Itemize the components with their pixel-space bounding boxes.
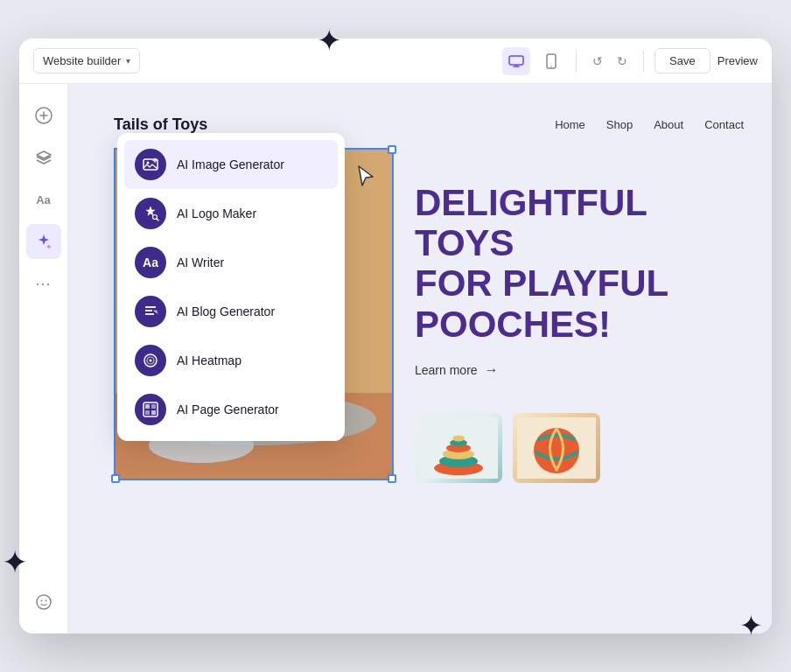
learn-more-label: Learn more [415,363,478,377]
nav-contact[interactable]: Contact [704,118,744,131]
sidebar-text[interactable]: Aa [26,182,61,217]
ai-image-icon [135,149,166,180]
menu-item-ai-logo[interactable]: AI Logo Maker [124,189,338,238]
menu-item-ai-heatmap[interactable]: AI Heatmap [124,336,338,385]
nav-home[interactable]: Home [555,118,585,131]
sidebar-add[interactable] [26,98,61,133]
ai-heatmap-label: AI Heatmap [177,354,242,368]
svg-point-4 [550,66,552,67]
ai-page-label: AI Page Generator [177,402,279,416]
ai-logo-label: AI Logo Maker [177,206,256,220]
sidebar-more[interactable]: ··· [26,266,61,301]
undo-redo-group: ↺ ↻ [587,51,633,72]
svg-point-8 [37,595,51,609]
product-image-2 [513,413,600,483]
website-builder-button[interactable]: Website builder ▾ [33,48,140,74]
svg-rect-51 [145,410,150,415]
svg-point-41 [147,162,150,164]
chevron-down-icon: ▾ [126,56,130,66]
browser-window: Website builder ▾ [19,38,772,634]
device-icons: ↺ ↻ Save Preview [502,47,758,75]
menu-item-ai-writer[interactable]: Aa AI Writer [124,238,338,287]
menu-item-ai-page[interactable]: AI Page Generator [124,385,338,434]
preview-button[interactable]: Preview [718,54,758,67]
ai-dropdown-menu: AI Image Generator AI Logo Maker [117,133,345,441]
toy-ball-2 [517,417,596,479]
product-images [415,399,744,483]
sidebar: Aa ··· [19,84,68,634]
toy-rope-1 [419,417,498,479]
ai-image-label: AI Image Generator [177,158,284,172]
main-area: Aa ··· [19,84,772,634]
ai-writer-icon: Aa [135,247,166,278]
hero-heading: DELIGHTFUL TOYS FOR PLAYFUL POOCHES! [415,183,744,345]
site-logo: Tails of Toys [114,116,555,134]
svg-point-47 [150,360,152,362]
mobile-icon[interactable] [537,47,565,75]
sidebar-layers[interactable] [26,140,61,175]
learn-more-button[interactable]: Learn more → [415,362,499,378]
redo-button[interactable]: ↻ [612,51,633,72]
svg-rect-49 [145,404,150,409]
nav-shop[interactable]: Shop [606,118,633,131]
menu-item-ai-image[interactable]: AI Image Generator [124,140,338,189]
nav-about[interactable]: About [654,118,683,131]
svg-point-10 [45,600,46,602]
svg-rect-50 [151,404,156,409]
sidebar-emoji[interactable] [26,584,61,620]
svg-point-37 [452,435,465,441]
ai-page-icon [135,394,166,425]
divider2 [643,51,644,72]
svg-rect-52 [151,410,156,415]
undo-button[interactable]: ↺ [587,51,608,72]
app-container: ✦ ✦ ✦ Website builder ▾ [19,38,772,634]
svg-point-9 [40,600,42,602]
ai-blog-icon [135,296,166,327]
hero-text: DELIGHTFUL TOYS FOR PLAYFUL POOCHES! Lea… [415,148,744,483]
ai-logo-icon [135,198,166,229]
site-nav-links: Home Shop About Contact [555,118,744,131]
svg-rect-0 [509,56,523,65]
canvas-area: Tails of Toys Home Shop About Contact [68,84,772,634]
website-builder-label: Website builder [43,54,121,67]
ai-blog-label: AI Blog Generator [177,304,275,318]
arrow-right-icon: → [485,362,499,378]
product-image-1 [415,413,502,483]
top-bar: Website builder ▾ [19,38,772,84]
menu-item-ai-blog[interactable]: AI Blog Generator [124,287,338,336]
desktop-icon[interactable] [502,47,530,75]
svg-line-43 [157,219,158,220]
ai-writer-label: AI Writer [177,256,224,270]
sidebar-ai[interactable] [26,224,61,259]
divider [576,51,577,72]
ai-heatmap-icon [135,345,166,376]
save-button[interactable]: Save [654,48,710,74]
